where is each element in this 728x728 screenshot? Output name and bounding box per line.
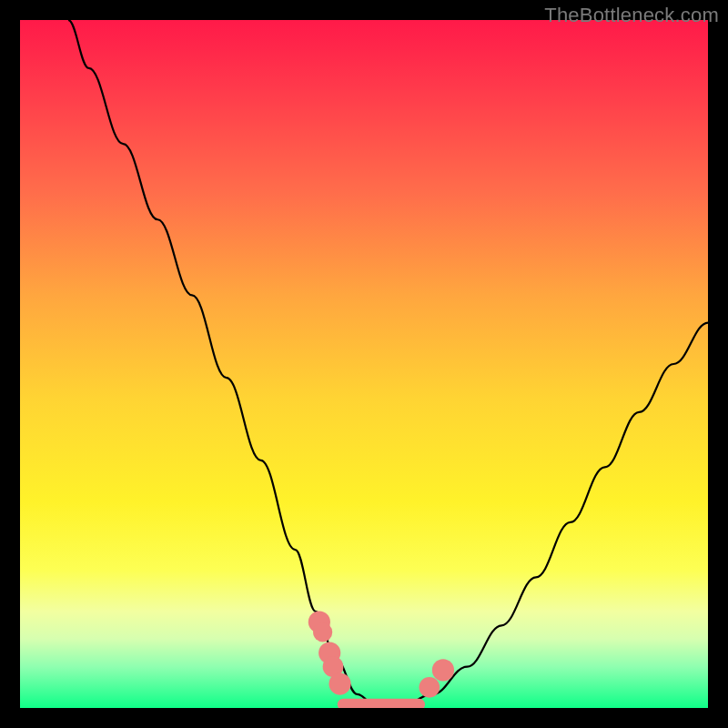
bottleneck-curve (68, 20, 708, 708)
bead (419, 677, 440, 698)
bead (329, 672, 350, 694)
chart-area (20, 20, 708, 708)
curve-beads (308, 611, 454, 697)
watermark-text: TheBottleneck.com (544, 4, 719, 27)
bead (313, 622, 332, 642)
bottleneck-plot (20, 20, 708, 708)
bead (432, 659, 454, 681)
